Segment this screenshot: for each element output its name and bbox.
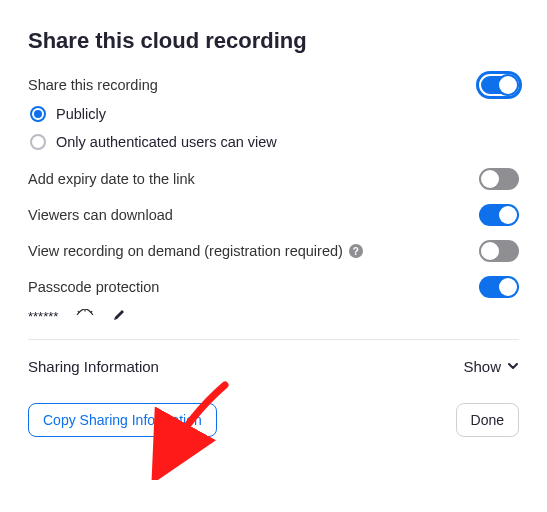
divider xyxy=(28,339,519,340)
sharing-info-toggle[interactable]: Show xyxy=(463,358,519,375)
dialog-title: Share this cloud recording xyxy=(28,28,519,54)
passcode-toggle[interactable] xyxy=(479,276,519,298)
radio-auth-only[interactable]: Only authenticated users can view xyxy=(30,134,519,150)
reveal-passcode-icon[interactable] xyxy=(76,309,94,324)
edit-passcode-icon[interactable] xyxy=(112,308,126,325)
expiry-toggle[interactable] xyxy=(479,168,519,190)
sharing-info-toggle-label: Show xyxy=(463,358,501,375)
expiry-label: Add expiry date to the link xyxy=(28,171,195,187)
svg-line-2 xyxy=(91,311,92,313)
sharing-info-label: Sharing Information xyxy=(28,358,159,375)
download-label: Viewers can download xyxy=(28,207,173,223)
radio-auth-only-indicator xyxy=(30,134,46,150)
svg-line-0 xyxy=(78,311,79,313)
help-icon[interactable]: ? xyxy=(349,244,363,258)
share-visibility-group: Publicly Only authenticated users can vi… xyxy=(30,106,519,150)
share-recording-label: Share this recording xyxy=(28,77,158,93)
on-demand-toggle[interactable] xyxy=(479,240,519,262)
passcode-value: ****** xyxy=(28,309,58,324)
chevron-down-icon xyxy=(507,359,519,375)
on-demand-label: View recording on demand (registration r… xyxy=(28,243,343,259)
share-recording-toggle[interactable] xyxy=(479,74,519,96)
radio-publicly-label: Publicly xyxy=(56,106,106,122)
radio-publicly[interactable]: Publicly xyxy=(30,106,519,122)
done-button[interactable]: Done xyxy=(456,403,519,437)
radio-auth-only-label: Only authenticated users can view xyxy=(56,134,277,150)
copy-sharing-info-button[interactable]: Copy Sharing Information xyxy=(28,403,217,437)
radio-publicly-indicator xyxy=(30,106,46,122)
download-toggle[interactable] xyxy=(479,204,519,226)
passcode-label: Passcode protection xyxy=(28,279,159,295)
